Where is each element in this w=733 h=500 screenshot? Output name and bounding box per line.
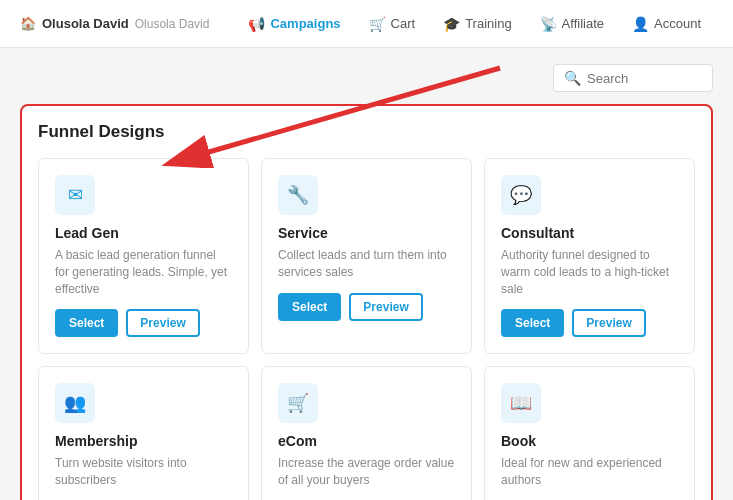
funnel-grid: ✉ Lead Gen A basic lead generation funne… <box>38 158 695 500</box>
nav-training-label: Training <box>465 16 511 31</box>
nav-cart[interactable]: 🛒 Cart <box>357 10 428 38</box>
affiliate-icon: 📡 <box>540 16 557 32</box>
lead-gen-title: Lead Gen <box>55 225 232 241</box>
membership-desc: Turn website visitors into subscribers <box>55 455 232 489</box>
nav-account-label: Account <box>654 16 701 31</box>
service-select-button[interactable]: Select <box>278 293 341 321</box>
cart-icon: 🛒 <box>369 16 386 32</box>
nav-cart-label: Cart <box>391 16 416 31</box>
lead-gen-select-button[interactable]: Select <box>55 309 118 337</box>
book-title: Book <box>501 433 678 449</box>
nav-affiliate-label: Affiliate <box>562 16 604 31</box>
book-desc: Ideal for new and experienced authors <box>501 455 678 489</box>
brand-icon: 🏠 <box>20 16 36 31</box>
nav-campaigns-label: Campaigns <box>270 16 340 31</box>
membership-icon: 👥 <box>55 383 95 423</box>
card-lead-gen: ✉ Lead Gen A basic lead generation funne… <box>38 158 249 354</box>
consultant-icon: 💬 <box>501 175 541 215</box>
consultant-desc: Authority funnel designed to warm cold l… <box>501 247 678 297</box>
ecom-icon: 🛒 <box>278 383 318 423</box>
membership-title: Membership <box>55 433 232 449</box>
search-box: 🔍 <box>553 64 713 92</box>
ecom-title: eCom <box>278 433 455 449</box>
brand-name: Olusola David <box>42 16 129 31</box>
consultant-select-button[interactable]: Select <box>501 309 564 337</box>
service-desc: Collect leads and turn them into service… <box>278 247 455 281</box>
service-icon: 🔧 <box>278 175 318 215</box>
main-content: 🔍 Funnel Designs ✉ Lead Gen A basic lead… <box>0 48 733 500</box>
nav-training[interactable]: 🎓 Training <box>431 10 523 38</box>
card-ecom: 🛒 eCom Increase the average order value … <box>261 366 472 500</box>
ecom-desc: Increase the average order value of all … <box>278 455 455 489</box>
lead-gen-icon: ✉ <box>55 175 95 215</box>
search-row: 🔍 <box>20 64 713 92</box>
card-consultant: 💬 Consultant Authority funnel designed t… <box>484 158 695 354</box>
lead-gen-desc: A basic lead generation funnel for gener… <box>55 247 232 297</box>
book-icon: 📖 <box>501 383 541 423</box>
nav-account[interactable]: 👤 Account <box>620 10 713 38</box>
lead-gen-preview-button[interactable]: Preview <box>126 309 199 337</box>
consultant-preview-button[interactable]: Preview <box>572 309 645 337</box>
nav-affiliate[interactable]: 📡 Affiliate <box>528 10 616 38</box>
consultant-actions: Select Preview <box>501 309 678 337</box>
search-icon: 🔍 <box>564 70 581 86</box>
card-service: 🔧 Service Collect leads and turn them in… <box>261 158 472 354</box>
service-actions: Select Preview <box>278 293 455 321</box>
consultant-title: Consultant <box>501 225 678 241</box>
nav-items: 📢 Campaigns 🛒 Cart 🎓 Training 📡 Affiliat… <box>236 10 713 38</box>
service-preview-button[interactable]: Preview <box>349 293 422 321</box>
brand-sub: Olusola David <box>135 17 210 31</box>
brand: 🏠 Olusola David Olusola David <box>20 16 209 31</box>
search-input[interactable] <box>587 71 702 86</box>
service-title: Service <box>278 225 455 241</box>
card-book: 📖 Book Ideal for new and experienced aut… <box>484 366 695 500</box>
training-icon: 🎓 <box>443 16 460 32</box>
lead-gen-actions: Select Preview <box>55 309 232 337</box>
navbar: 🏠 Olusola David Olusola David 📢 Campaign… <box>0 0 733 48</box>
funnel-section: Funnel Designs ✉ Lead Gen A basic lead g… <box>20 104 713 500</box>
campaigns-icon: 📢 <box>248 16 265 32</box>
card-membership: 👥 Membership Turn website visitors into … <box>38 366 249 500</box>
funnel-title: Funnel Designs <box>38 122 695 142</box>
nav-campaigns[interactable]: 📢 Campaigns <box>236 10 352 38</box>
account-icon: 👤 <box>632 16 649 32</box>
